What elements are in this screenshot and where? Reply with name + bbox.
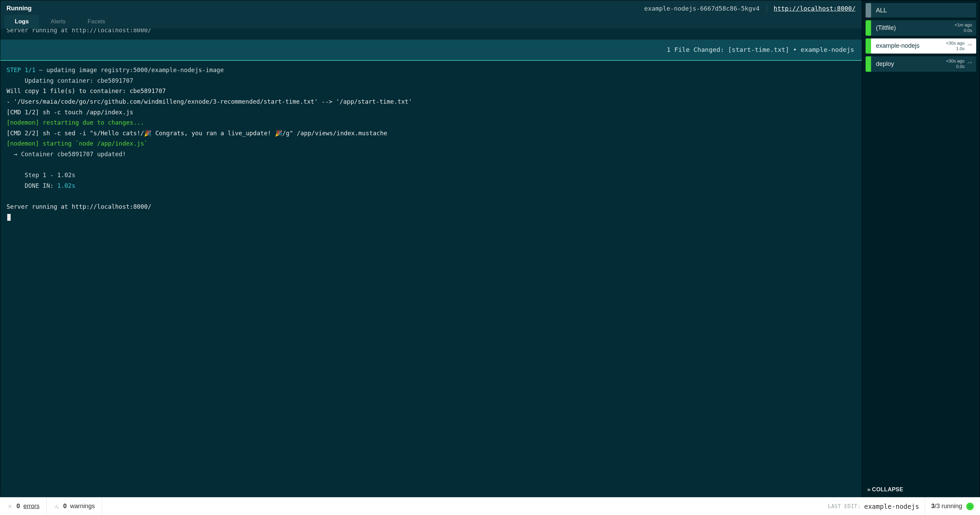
errors-label: errors [23,502,40,510]
status-bar: 0 errors 0 warnings LAST EDIT: example-n… [0,497,980,515]
resource-name: (Tiltfile) [876,24,896,32]
log-pane: Running example-nodejs-6667d58c86-5kgv4 … [0,0,862,497]
tab-logs[interactable]: Logs [5,15,39,29]
resource-dur: 1.0s [956,46,964,52]
running-done: 3 [931,502,935,510]
refresh-icon [967,44,972,48]
log-line: - '/Users/maia/code/go/src/github.com/wi… [6,97,856,107]
status-ok-icon [966,502,974,510]
svg-point-3 [970,507,971,508]
last-edit-cell: LAST EDIT: example-nodejs [102,498,925,515]
collapse-button[interactable]: » COLLAPSE [862,482,980,497]
chevrons-right-icon: » [867,486,869,493]
tab-facets[interactable]: Facets [77,15,115,29]
errors-cell[interactable]: 0 errors [0,498,47,515]
sidebar-item--tiltfile-[interactable]: (Tiltfile)<1m ago0.0s [865,20,976,36]
running-total: 3 [936,502,940,510]
error-icon [7,503,13,510]
log-line: [CMD 1/2] sh -c touch /app/index.js [6,107,856,118]
divider [767,4,767,13]
resource-list: ALL(Tiltfile)<1m ago0.0sexample-nodejs<3… [862,0,980,74]
log-line: [CMD 2/2] sh -c sed -i "s/Hello cats!/🎉 … [6,128,856,139]
last-edit-label: LAST EDIT: [828,503,861,510]
log-header: Running example-nodejs-6667d58c86-5kgv4 … [0,0,862,15]
resource-ago: <30s ago [946,59,964,64]
resource-sidebar: ALL(Tiltfile)<1m ago0.0sexample-nodejs<3… [862,0,980,497]
svg-point-0 [969,505,970,506]
warning-icon [54,503,60,510]
sidebar-item-all[interactable]: ALL [865,3,976,17]
log-body: Server running at http://localhost:8000/… [0,29,862,497]
running-cell: 3/3 running [925,498,980,515]
resource-ago: <30s ago [946,41,964,46]
refresh-icon [967,62,972,66]
last-edit-name: example-nodejs [864,502,919,510]
resource-name: deploy [876,60,894,68]
collapse-label: COLLAPSE [872,486,904,493]
log-line: DONE IN: 1.02s [6,181,856,191]
errors-count: 0 [16,502,20,510]
warnings-cell[interactable]: 0 warnings [47,498,102,515]
resource-ago: <1m ago [955,22,972,28]
resource-name: example-nodejs [876,42,920,49]
log-line [6,160,856,170]
warnings-label: warnings [70,502,95,510]
log-line: Step 1 - 1.02s [6,170,856,181]
sidebar-item-example-nodejs[interactable]: example-nodejs<30s ago1.0s [865,38,976,54]
log-line [6,191,856,202]
log-line: → Container cbe5891707 updated! [6,149,856,160]
sidebar-item-deploy[interactable]: deploy<30s ago0.0s [865,56,976,72]
svg-point-2 [969,507,970,508]
log-line-truncated: Server running at http://localhost:8000/ [0,29,862,36]
resource-dur: 0.0s [964,28,972,33]
cursor [7,214,11,221]
running-label: running [942,502,962,510]
log-lines[interactable]: STEP 1/1 — updating image registry:5000/… [0,61,862,225]
resource-dur: 0.0s [956,64,964,69]
endpoint-url[interactable]: http://localhost:8000/ [774,5,856,12]
log-line: [nodemon] restarting due to changes... [6,117,856,128]
tab-alerts[interactable]: Alerts [41,15,76,29]
pod-info: example-nodejs-6667d58c86-5kgv4 http://l… [644,4,856,13]
pod-name: example-nodejs-6667d58c86-5kgv4 [644,5,760,12]
resource-status: Running [6,5,32,12]
log-line: Server running at http://localhost:8000/ [6,201,856,212]
log-line: Will copy 1 file(s) to container: cbe589… [6,86,856,97]
warnings-count: 0 [63,502,67,510]
log-line: STEP 1/1 — updating image registry:5000/… [6,65,856,76]
log-line: Updating container: cbe5891707 [6,76,856,86]
build-banner: 1 File Changed: [start-time.txt] • examp… [0,39,862,61]
svg-point-1 [970,505,971,506]
log-tabs: LogsAlertsFacets [0,15,862,29]
log-line: [nodemon] starting `node /app/index.js` [6,138,856,149]
